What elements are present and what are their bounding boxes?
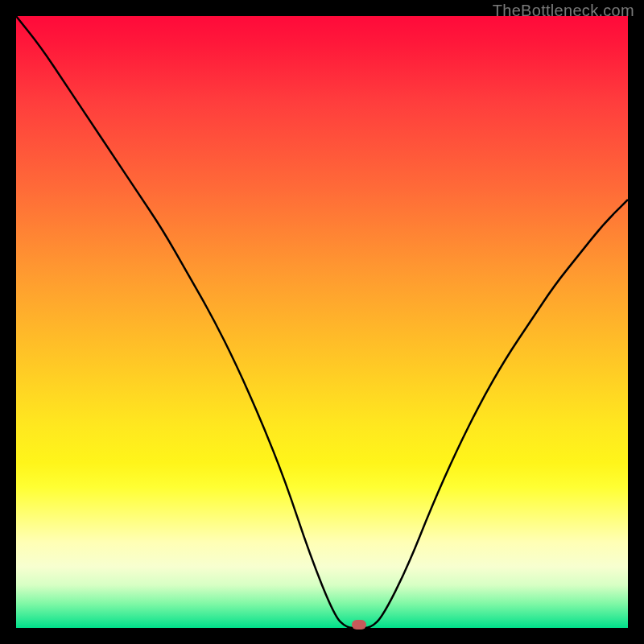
plot-area bbox=[16, 16, 628, 628]
watermark-text: TheBottleneck.com bbox=[493, 2, 634, 20]
chart-frame: TheBottleneck.com bbox=[0, 0, 644, 644]
optimum-marker bbox=[352, 620, 366, 630]
curve-path bbox=[16, 16, 628, 628]
bottleneck-curve bbox=[16, 16, 628, 628]
